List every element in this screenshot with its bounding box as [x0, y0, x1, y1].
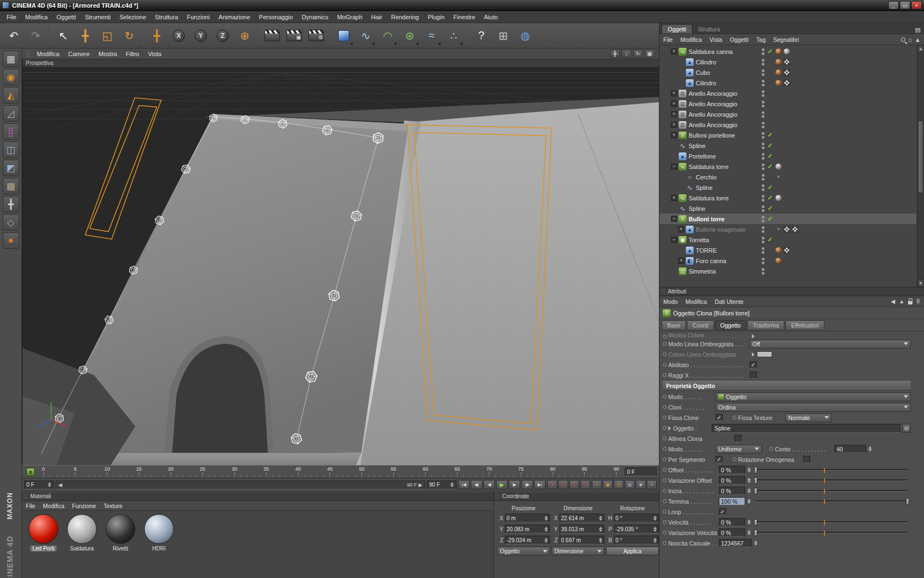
sphere-tag-icon[interactable]: [776, 195, 782, 201]
viewport-menu-modifica[interactable]: Modifica: [32, 49, 64, 59]
material-item[interactable]: Saldatura: [65, 514, 99, 575]
velocita-field[interactable]: 0 %: [719, 518, 745, 526]
object-label[interactable]: Anello Ancoraggio: [689, 101, 738, 107]
anim-dot-icon[interactable]: [663, 335, 668, 339]
scroll-up-icon[interactable]: ▲: [915, 36, 921, 43]
anim-dot-icon[interactable]: [663, 447, 668, 451]
tree-item[interactable]: −∿Saldatura torre✓: [659, 161, 916, 172]
scrollbar-up-icon[interactable]: ▲: [917, 45, 924, 52]
cloni-dropdown[interactable]: Ordina: [716, 403, 911, 412]
anim-dot-icon[interactable]: [663, 531, 668, 535]
object-label[interactable]: Simmetria: [689, 268, 716, 275]
texture-axes-mode-icon[interactable]: ◭: [3, 87, 19, 103]
anim-dot-icon[interactable]: [663, 416, 668, 419]
visibility-dots[interactable]: [762, 59, 765, 66]
range-start-field[interactable]: 0 F: [24, 481, 54, 489]
restore-button[interactable]: ▭: [900, 1, 910, 9]
coordinate-system-icon[interactable]: ⊕: [234, 25, 255, 46]
tree-item[interactable]: ∿Spline✓: [659, 140, 916, 151]
loop-checkbox[interactable]: ✓: [719, 508, 726, 515]
anim-dot-icon[interactable]: [769, 447, 775, 451]
record-scale-icon[interactable]: ◎: [569, 480, 579, 489]
enabled-check-icon[interactable]: ✓: [767, 194, 773, 201]
checker-tag-icon[interactable]: [784, 69, 790, 75]
color-swatch[interactable]: [757, 351, 772, 357]
online-icon[interactable]: ◍: [515, 25, 536, 46]
checker-tag-icon[interactable]: [792, 226, 798, 232]
anim-dot-icon[interactable]: [663, 373, 668, 377]
anim-dot-icon[interactable]: [663, 363, 668, 367]
tree-item[interactable]: ◫Simmetria: [659, 266, 916, 276]
hierarchy-up-icon[interactable]: ▲: [899, 298, 905, 304]
menu-plugin[interactable]: Plugin: [424, 12, 449, 22]
timeline-options-icon[interactable]: ≡: [647, 480, 657, 489]
add-spline-icon[interactable]: ∿: [355, 25, 376, 46]
offset-field[interactable]: 0 %: [719, 466, 745, 474]
tab-oggetti[interactable]: Oggetti: [662, 24, 692, 34]
rot-h-field[interactable]: 0 °: [614, 514, 659, 522]
materials-menu-texture[interactable]: Texture: [100, 501, 126, 510]
checker-tag-icon[interactable]: [784, 226, 790, 232]
panel-grip[interactable]: [23, 493, 28, 500]
add-nurbs-icon[interactable]: ◠: [377, 25, 398, 46]
raggi-x-checkbox[interactable]: [750, 372, 757, 379]
attributes-menu-modo[interactable]: Modo: [659, 297, 681, 306]
oggetto-link-field[interactable]: Spline: [712, 424, 900, 433]
tree-item[interactable]: ▲Cilindro: [659, 78, 916, 88]
material-item[interactable]: HDRI: [142, 514, 176, 575]
goto-end-icon[interactable]: ▶|: [534, 480, 546, 489]
modo-linea-dropdown[interactable]: Off: [750, 340, 911, 348]
last-tool-icon[interactable]: ╋: [146, 25, 167, 46]
object-label[interactable]: Anello Ancoraggio: [689, 122, 738, 128]
object-label[interactable]: Spline: [696, 184, 713, 191]
material-preview-sphere[interactable]: [106, 514, 135, 544]
anim-dot-icon[interactable]: [663, 352, 668, 356]
termina-slider[interactable]: [756, 500, 908, 502]
materials-menu-file[interactable]: File: [22, 501, 39, 510]
visibility-dots[interactable]: [762, 80, 765, 86]
visibility-dots[interactable]: [762, 111, 765, 118]
sphere-tag-icon[interactable]: [776, 163, 782, 170]
conto-field[interactable]: 40: [834, 445, 866, 453]
tree-item[interactable]: +◧Foro canna: [659, 255, 916, 266]
slider-knob[interactable]: [906, 498, 909, 505]
bind-icon[interactable]: 8: [916, 298, 920, 304]
object-label[interactable]: Cilindro: [696, 59, 716, 66]
visibility-dots[interactable]: [762, 90, 765, 97]
anim-dot-icon[interactable]: [663, 405, 668, 409]
visibility-dots[interactable]: [762, 101, 765, 107]
move-tool-icon[interactable]: ╋: [75, 25, 96, 46]
object-manager-menu-file[interactable]: File: [659, 35, 676, 44]
add-deformer-icon[interactable]: ≈: [421, 25, 442, 46]
expand-icon[interactable]: +: [671, 90, 677, 96]
default-material-icon[interactable]: ●: [3, 232, 19, 249]
make-editable-icon[interactable]: ▦: [3, 51, 19, 67]
range-end-field[interactable]: 90 F: [427, 481, 457, 489]
object-label[interactable]: Portellone: [689, 153, 716, 160]
tree-item[interactable]: +∿Saldatura canna✓: [659, 46, 916, 57]
rotate-view-icon[interactable]: ↻: [633, 50, 643, 58]
menu-oggetti[interactable]: Oggetti: [52, 12, 80, 22]
snap-settings-icon[interactable]: ⊞: [493, 25, 514, 46]
anim-dot-icon[interactable]: [663, 541, 668, 545]
materials-menu-modifica[interactable]: Modifica: [39, 501, 68, 510]
visibility-dots[interactable]: [762, 48, 765, 55]
anim-dot-icon[interactable]: [663, 489, 668, 493]
view-label[interactable]: Prospettiva: [23, 59, 659, 68]
popup-arrow-icon[interactable]: [752, 352, 755, 357]
range-left-arrow-icon[interactable]: ◀: [58, 482, 62, 488]
variazione-velocita-slider[interactable]: [756, 532, 908, 533]
sphere-tag-icon[interactable]: [784, 48, 790, 54]
scale-tool-icon[interactable]: ◱: [97, 25, 118, 46]
redo-icon[interactable]: ↷: [25, 25, 46, 46]
menu-animazione[interactable]: Animazione: [214, 12, 254, 22]
expand-icon[interactable]: +: [671, 101, 677, 107]
y-axis-lock-icon[interactable]: Y: [190, 25, 211, 46]
slider-knob[interactable]: [754, 519, 757, 526]
undo-icon[interactable]: ↶: [3, 25, 24, 46]
autokey-icon[interactable]: +: [592, 480, 602, 489]
variazione-velocita-field[interactable]: 0 %: [719, 528, 745, 537]
materials-menu-funzione[interactable]: Funzione: [68, 501, 100, 510]
play-icon[interactable]: ▶: [496, 480, 508, 489]
playback-rate-icon[interactable]: ▦: [625, 480, 635, 489]
